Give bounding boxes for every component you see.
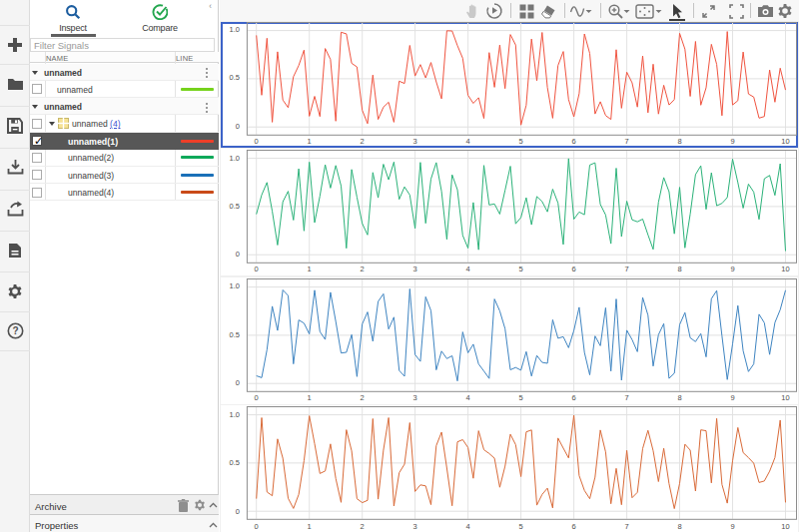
svg-text:?: ? — [12, 325, 18, 336]
